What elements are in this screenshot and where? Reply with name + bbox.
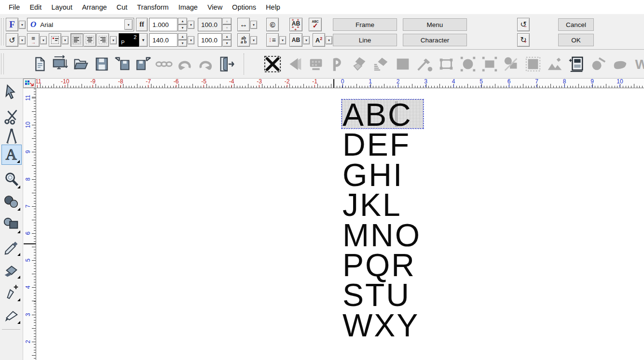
letter-case-button[interactable]: aba b <box>237 33 250 47</box>
text-line[interactable]: WXY <box>343 310 421 340</box>
menu-options[interactable]: Options <box>227 1 261 13</box>
text-line-selected[interactable]: ABC <box>343 100 421 130</box>
kerning-button[interactable]: + +AB+ + + <box>289 18 302 31</box>
text-line[interactable]: PQR <box>343 250 421 280</box>
font-size-spinner[interactable]: ▲▼ <box>178 33 187 47</box>
line-width-spinner[interactable]: ▲▼ <box>222 33 232 47</box>
char-spacing-field[interactable]: 1.000 <box>149 18 178 31</box>
text-direction-dropdown[interactable]: ▼ <box>40 36 47 44</box>
menu-arrange[interactable]: Arrange <box>77 1 112 13</box>
menu-transform[interactable]: Transform <box>132 1 174 13</box>
align-right-button[interactable] <box>96 33 109 47</box>
char-pair-button[interactable]: AB <box>289 33 302 47</box>
text-direction-button[interactable]: ≡→ <box>27 33 40 47</box>
rotate-text-button[interactable]: ↺ <box>6 33 18 47</box>
line-spacing-button[interactable]: ⁞≡ <box>266 33 279 47</box>
menu-image[interactable]: Image <box>174 1 203 13</box>
character-button[interactable]: Character <box>403 34 467 46</box>
line-width-field[interactable]: 100.0 <box>198 33 222 47</box>
text-line[interactable]: STU <box>343 280 421 310</box>
exit-application-icon[interactable] <box>217 54 236 74</box>
font-family-dropdown-icon[interactable]: ▼ <box>124 19 133 30</box>
text-width-dropdown[interactable]: ▼ <box>250 21 257 29</box>
alignment-dropdown[interactable]: ▼ <box>110 36 117 44</box>
spellcheck-button[interactable]: ABC✓ <box>309 18 322 31</box>
palette-separator <box>2 329 20 330</box>
clone-tool[interactable] <box>1 192 22 212</box>
text-tool[interactable]: A <box>1 145 22 165</box>
rotate-text-dropdown[interactable]: ▼ <box>19 36 26 44</box>
knife-tool[interactable] <box>1 305 22 325</box>
ok-button[interactable]: OK <box>558 34 594 46</box>
scissors-tool[interactable] <box>1 106 22 126</box>
menu-file[interactable]: File <box>4 1 25 13</box>
line-button[interactable]: Line <box>333 34 397 46</box>
spin-up-icon[interactable]: ▲ <box>178 18 187 25</box>
rotate-back-button[interactable]: ↺− <box>517 18 530 31</box>
frame-button[interactable]: Frame <box>333 18 397 31</box>
char-spacing-spinner[interactable]: ▲▼ <box>178 18 187 31</box>
frame-offset-button[interactable] <box>49 33 61 47</box>
zoom-tool[interactable] <box>1 170 22 190</box>
shapes-tool[interactable] <box>1 214 22 235</box>
menu-cut[interactable]: Cut <box>112 1 133 13</box>
letter-case-dropdown[interactable]: ▼ <box>250 36 257 44</box>
align-left-icon <box>72 36 81 44</box>
toolbar-drag-handle[interactable] <box>1 18 4 45</box>
font-style-button[interactable]: F <box>6 18 18 31</box>
marker-tool[interactable] <box>1 237 22 257</box>
object-properties-icon[interactable] <box>567 54 586 74</box>
h-ruler-label: -1 <box>312 79 317 87</box>
h-ruler-label: 0 <box>341 79 344 87</box>
v-ruler-label: 8 <box>25 175 31 184</box>
open-file-icon[interactable] <box>71 54 91 74</box>
page-setup-icon[interactable] <box>51 54 70 74</box>
frame-offset-dropdown[interactable]: ▼ <box>62 36 69 44</box>
text-line[interactable]: MNO <box>343 220 421 250</box>
font-size-dropdown[interactable]: ▼ <box>188 36 194 44</box>
copyright-button[interactable]: © <box>266 18 279 31</box>
drawing-canvas[interactable]: ABCDEFGHIJKLMNOPQRSTUWXY <box>36 88 644 360</box>
char-pair-dropdown[interactable]: ▼ <box>303 36 310 44</box>
text-toolbar: F ▼ O Arial ▼ ff 1.000 ▲▼ ▼ 100.0 ▲▼ ↔ ▼… <box>0 14 644 50</box>
save-file-icon[interactable] <box>92 54 111 74</box>
font-size-field[interactable]: 140.0 <box>149 33 178 47</box>
superscript-dropdown[interactable]: ▼ <box>326 36 332 44</box>
pen-tool[interactable] <box>1 282 22 303</box>
paragraph-style-dropdown[interactable]: ▼ <box>139 33 148 47</box>
font-style-dropdown[interactable]: ▼ <box>19 21 26 29</box>
ligatures-button[interactable]: ff <box>136 18 148 31</box>
compass-tool[interactable] <box>1 126 22 147</box>
fill-color-icon <box>350 54 369 74</box>
cancel-button[interactable]: Cancel <box>558 18 594 31</box>
export-file-icon[interactable] <box>134 54 153 74</box>
menu-layout[interactable]: Layout <box>46 1 77 13</box>
text-line[interactable]: GHI <box>343 160 421 190</box>
text-width-button[interactable]: ↔ <box>237 18 250 31</box>
ruler-origin-button[interactable] <box>23 79 36 88</box>
spin-down-icon[interactable]: ▼ <box>178 25 187 31</box>
cut-plot-icon[interactable] <box>263 54 282 74</box>
select-tool[interactable] <box>1 83 22 103</box>
line-spacing-dropdown[interactable]: ▼ <box>279 36 286 44</box>
align-left-button[interactable] <box>70 33 83 47</box>
import-file-icon[interactable] <box>113 54 132 74</box>
h-ruler-label: 5 <box>480 79 483 87</box>
menu-help[interactable]: Help <box>261 1 285 13</box>
char-spacing-dropdown[interactable]: ▼ <box>188 21 194 29</box>
text-object[interactable]: ABCDEFGHIJKLMNOPQRSTUWXY <box>343 100 421 340</box>
font-family-combobox[interactable]: O Arial ▼ <box>27 18 134 31</box>
toolbar-drag-handle[interactable] <box>1 53 4 74</box>
menu-view[interactable]: View <box>203 1 227 13</box>
new-document-icon[interactable] <box>30 54 49 74</box>
align-center-button[interactable] <box>83 33 96 47</box>
rotate-forward-button[interactable]: ↻+ <box>517 33 530 47</box>
superscript-button[interactable]: A2 <box>313 33 325 47</box>
menu-edit[interactable]: Edit <box>25 1 46 13</box>
bitmap-trace-icon <box>545 54 564 74</box>
text-line[interactable]: DEF <box>343 130 421 160</box>
text-line[interactable]: JKL <box>343 190 421 220</box>
h-ruler-label: 7 <box>535 79 538 87</box>
menu-button[interactable]: Menu <box>403 18 467 31</box>
fill-tool[interactable] <box>1 260 22 280</box>
